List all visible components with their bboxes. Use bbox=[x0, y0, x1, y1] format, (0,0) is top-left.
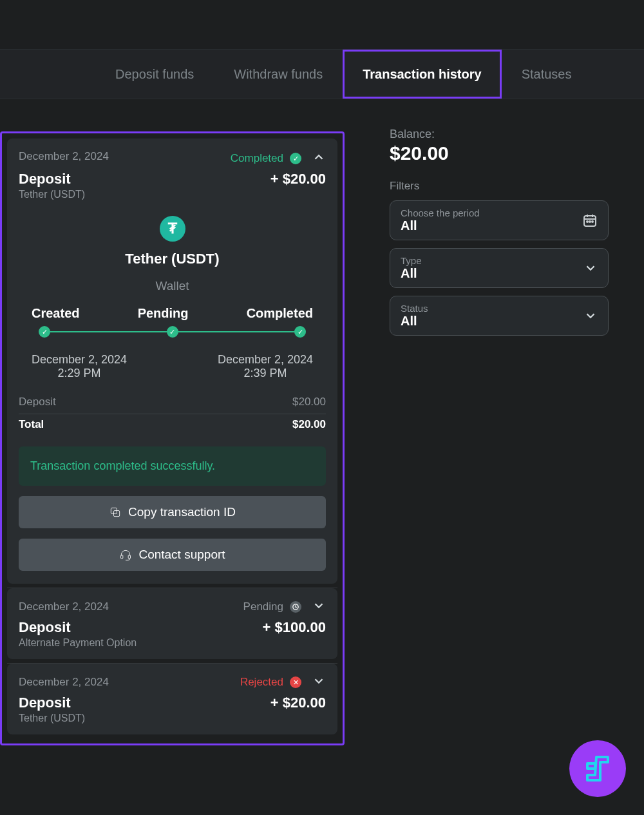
tx-type: Deposit bbox=[19, 695, 85, 711]
tab-deposit-funds[interactable]: Deposit funds bbox=[95, 50, 214, 99]
tx-amount: + $100.00 bbox=[263, 619, 326, 636]
tx-amount: + $20.00 bbox=[270, 171, 326, 187]
clock-icon bbox=[290, 601, 301, 613]
tab-withdraw-funds[interactable]: Withdraw funds bbox=[214, 50, 343, 99]
transaction-card: December 2, 2024 Rejected ✕ Deposit Teth… bbox=[7, 664, 337, 734]
transaction-card: December 2, 2024 Pending Deposit bbox=[7, 588, 337, 659]
tabs-bar: Deposit funds Withdraw funds Transaction… bbox=[0, 49, 644, 99]
step-created: Created bbox=[32, 306, 79, 321]
tx-subtitle: Tether (USDT) bbox=[19, 713, 85, 724]
total-value: $20.00 bbox=[292, 418, 326, 431]
tx-subtitle: Tether (USDT) bbox=[19, 189, 85, 200]
tab-statuses[interactable]: Statuses bbox=[502, 50, 592, 99]
bd-label: Deposit bbox=[19, 396, 56, 408]
tx-date: December 2, 2024 bbox=[19, 600, 109, 613]
filter-period-value: All bbox=[401, 218, 480, 233]
collapse-toggle[interactable] bbox=[312, 150, 326, 167]
check-icon: ✓ bbox=[294, 326, 306, 338]
tx-type: Deposit bbox=[19, 171, 85, 187]
status-badge: Rejected bbox=[240, 676, 283, 689]
timestamp-created: December 2, 2024 2:29 PM bbox=[28, 353, 131, 380]
filter-type[interactable]: Type All bbox=[390, 248, 609, 288]
svg-point-6 bbox=[587, 221, 588, 222]
bd-value: $20.00 bbox=[292, 396, 326, 408]
balance-value: $20.00 bbox=[390, 142, 609, 164]
step-pending: Pending bbox=[138, 306, 189, 321]
chevron-down-icon bbox=[583, 261, 598, 275]
tx-type: Deposit bbox=[19, 619, 137, 636]
tether-icon: ₮ bbox=[160, 216, 185, 242]
logo-icon bbox=[582, 753, 613, 784]
help-fab[interactable] bbox=[569, 740, 626, 797]
filter-period[interactable]: Choose the period All bbox=[390, 200, 609, 240]
success-banner: Transaction completed successfully. bbox=[19, 446, 326, 486]
status-badge: Completed bbox=[231, 152, 283, 165]
status-steps: Created Pending Completed bbox=[19, 306, 326, 321]
tab-transaction-history[interactable]: Transaction history bbox=[343, 50, 502, 99]
filters-label: Filters bbox=[390, 180, 609, 193]
check-icon: ✓ bbox=[167, 326, 178, 338]
total-label: Total bbox=[19, 418, 44, 431]
transaction-card-expanded: December 2, 2024 Completed ✓ Deposit Tet… bbox=[7, 139, 337, 584]
tx-date: December 2, 2024 bbox=[19, 150, 109, 163]
svg-point-7 bbox=[589, 221, 591, 222]
copy-icon bbox=[109, 506, 122, 519]
filter-type-label: Type bbox=[401, 255, 422, 266]
check-icon: ✓ bbox=[39, 326, 50, 338]
filter-status[interactable]: Status All bbox=[390, 296, 609, 336]
tx-date: December 2, 2024 bbox=[19, 676, 109, 689]
calendar-icon bbox=[582, 213, 598, 228]
status-badge: Pending bbox=[243, 600, 283, 613]
coin-name: Tether (USDT) bbox=[19, 251, 326, 267]
step-completed: Completed bbox=[247, 306, 313, 321]
progress-track: ✓ ✓ ✓ bbox=[44, 326, 300, 338]
tx-amount: + $20.00 bbox=[270, 695, 326, 711]
filter-status-label: Status bbox=[401, 303, 428, 314]
timestamp-completed: December 2, 2024 2:39 PM bbox=[214, 353, 317, 380]
filter-period-label: Choose the period bbox=[401, 207, 480, 218]
transaction-list: December 2, 2024 Completed ✓ Deposit Tet… bbox=[0, 131, 345, 745]
expand-toggle[interactable] bbox=[312, 674, 326, 691]
filter-type-value: All bbox=[401, 266, 422, 281]
svg-point-8 bbox=[592, 221, 593, 222]
tx-subtitle: Alternate Payment Option bbox=[19, 637, 137, 649]
x-icon: ✕ bbox=[290, 676, 301, 688]
copy-transaction-id-button[interactable]: Copy transaction ID bbox=[19, 496, 326, 528]
filter-status-value: All bbox=[401, 314, 428, 329]
contact-support-button[interactable]: Contact support bbox=[19, 539, 326, 571]
check-icon: ✓ bbox=[290, 153, 301, 164]
wallet-label: Wallet bbox=[19, 279, 326, 293]
chevron-down-icon bbox=[583, 309, 598, 323]
headset-icon bbox=[119, 548, 132, 561]
balance-label: Balance: bbox=[390, 128, 609, 141]
expand-toggle[interactable] bbox=[312, 599, 326, 615]
